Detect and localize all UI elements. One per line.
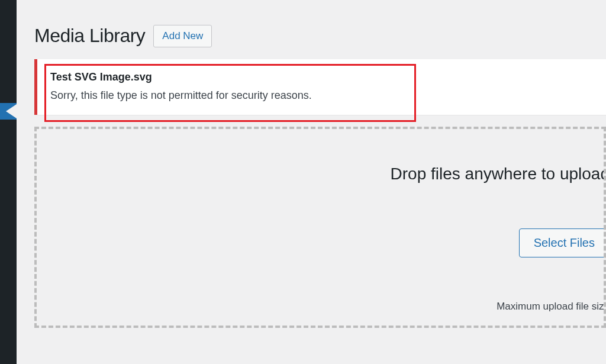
page-title: Media Library <box>34 25 145 47</box>
dropzone-heading: Drop files anywhere to upload <box>391 165 606 183</box>
select-files-button[interactable]: Select Files <box>519 228 606 257</box>
upload-dropzone[interactable]: Drop files anywhere to upload Select Fil… <box>34 127 606 328</box>
error-notice: Test SVG Image.svg Sorry, this file type… <box>34 59 606 115</box>
page-header: Media Library Add New <box>34 0 606 59</box>
sidebar-pointer-icon <box>6 104 17 118</box>
admin-sidebar <box>0 0 17 364</box>
add-new-button[interactable]: Add New <box>153 25 212 47</box>
notice-message: Sorry, this file type is not permitted f… <box>50 89 595 102</box>
main-content: Media Library Add New Test SVG Image.svg… <box>17 0 606 364</box>
notice-filename: Test SVG Image.svg <box>50 71 595 83</box>
max-upload-text: Maximum upload file size <box>497 301 606 313</box>
